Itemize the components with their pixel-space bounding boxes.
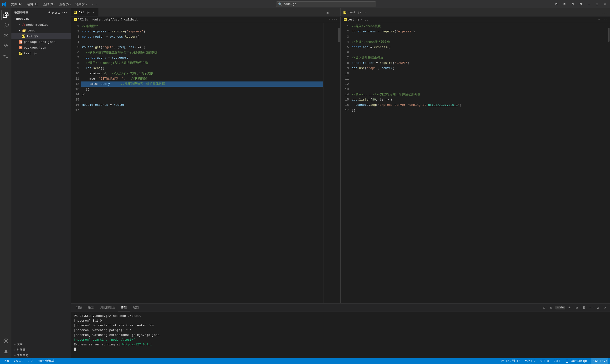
- menu-goto[interactable]: 转到(G): [73, 2, 89, 7]
- panel-layout-btn[interactable]: ⊟: [570, 1, 576, 7]
- golive-icon: ⚡: [592, 359, 594, 363]
- more-btn[interactable]: ···: [588, 305, 594, 310]
- sidebar-header-actions: + ⊕ ↺ ⊟ ···: [48, 11, 68, 15]
- menu-file[interactable]: 文件(F): [9, 2, 25, 7]
- activity-run[interactable]: [1, 42, 11, 51]
- tab-api-js-label: API.js: [79, 11, 90, 14]
- tab-test-js[interactable]: JS test.js ✕: [341, 8, 370, 16]
- trash-btn[interactable]: 🗑: [581, 305, 587, 310]
- breadcrumb-action2[interactable]: ···: [331, 18, 337, 22]
- activity-scm[interactable]: [1, 31, 11, 41]
- tab-close-test[interactable]: ✕: [363, 11, 367, 14]
- breadcrumb-action[interactable]: ≡: [329, 18, 330, 22]
- outline-section[interactable]: ▸ 大纲: [12, 342, 71, 347]
- status-spaces[interactable]: 空格: 2: [524, 358, 537, 364]
- right-scrollbar[interactable]: [607, 23, 610, 303]
- activity-account[interactable]: [1, 348, 11, 357]
- status-encoding[interactable]: UTF-8: [539, 358, 550, 364]
- minimize-btn[interactable]: ─: [586, 1, 592, 7]
- search-bar[interactable]: 🔍 node.js: [276, 1, 376, 7]
- error-icon: ⊗: [13, 359, 15, 363]
- bc2-action[interactable]: ≡: [598, 18, 600, 22]
- panel-close-btn[interactable]: ✕: [602, 305, 608, 310]
- status-sync[interactable]: ⚡ 0: [27, 358, 33, 364]
- tab-api-js[interactable]: JS API.js ✕: [71, 8, 98, 16]
- panel-tab-ports[interactable]: 端口: [130, 303, 142, 312]
- maximize-btn[interactable]: ◻: [594, 1, 600, 7]
- close-btn[interactable]: ✕: [602, 1, 608, 7]
- panel-scroll-up[interactable]: ∧: [595, 305, 601, 310]
- left-code-content: //路由模块 const express = require('express'…: [81, 23, 323, 303]
- menu-more[interactable]: ...: [89, 2, 99, 7]
- left-tabs: JS API.js ✕ ⊡ ···: [71, 8, 341, 16]
- more-tabs-btn2[interactable]: ···: [601, 10, 608, 16]
- bc-callback: router.get('/get') callback: [92, 18, 138, 21]
- collapse-icon[interactable]: ⊟: [58, 11, 60, 15]
- panel-area: 问题 输出 调试控制台 终端 端口 ⊡ ⊟ node + ⊟ 🗑 ··· ∧ ✕: [71, 303, 610, 358]
- left-code-editor[interactable]: 12345 678910 1112131415 1617 //路由模块 cons…: [71, 23, 340, 303]
- strange-words-section[interactable]: ▸ 陌生单词: [12, 352, 71, 358]
- terminal-line-4: [nodemon] watching path(s): *.*: [74, 328, 607, 333]
- activity-extensions[interactable]: [1, 52, 11, 62]
- status-eol[interactable]: CRLF: [553, 358, 562, 364]
- activity-explorer[interactable]: [1, 10, 11, 20]
- terminal-content[interactable]: PS D:\Study\node.js> nodemon .\test\ [no…: [71, 312, 610, 358]
- status-git-branch[interactable]: ⎇ 0: [2, 358, 10, 364]
- right-code-editor[interactable]: 12345 678910 1112131415 1617 //导入express…: [341, 23, 610, 303]
- tree-api-js[interactable]: JS API.js: [12, 33, 71, 39]
- menu-edit[interactable]: 编辑(E): [25, 2, 40, 7]
- warning-icon: △: [19, 359, 21, 363]
- r-scroll-thumb[interactable]: [608, 28, 610, 42]
- status-golive[interactable]: ⚡ Go Live: [591, 358, 608, 364]
- panel-tab-output[interactable]: 输出: [85, 303, 97, 312]
- status-errors[interactable]: ⊗ 0 △ 0: [13, 358, 24, 364]
- explorer-icon: [3, 12, 9, 18]
- timeline-label: 时间线: [17, 348, 26, 351]
- tree-node-modules[interactable]: ▸ ⬡ node_modules: [12, 22, 71, 28]
- left-scrollbar[interactable]: [338, 23, 340, 303]
- code-line-2: const express = require('express'): [81, 29, 323, 34]
- panel-tab-debug[interactable]: 调试控制台: [97, 303, 118, 312]
- npm-icon: ⬡: [22, 23, 25, 27]
- tab-close-api[interactable]: ✕: [92, 11, 96, 14]
- activity-search[interactable]: [1, 21, 11, 30]
- run-debug-icon: [3, 44, 9, 49]
- terminal-url[interactable]: http://127.0.0.1: [122, 343, 152, 346]
- tree-root-folder[interactable]: ▾ NODE.JS: [12, 16, 71, 22]
- status-position[interactable]: 行 12，列 17: [500, 358, 521, 364]
- new-terminal-btn[interactable]: +: [567, 305, 572, 310]
- more-tabs-btn[interactable]: ···: [332, 10, 338, 16]
- menu-select[interactable]: 选择(S): [41, 2, 57, 7]
- new-file-icon[interactable]: +: [48, 11, 51, 15]
- titlebar-right: ⊟ ⊡ ⊟ ⊞ ─ ◻ ✕: [553, 1, 608, 7]
- status-auto-analyze[interactable]: 自动分析单词: [37, 358, 55, 364]
- tree-package-lock[interactable]: JS package-lock.json: [12, 39, 71, 45]
- panel-tab-bar: 问题 输出 调试控制台 终端 端口 ⊡ ⊟ node + ⊟ 🗑 ··· ∧ ✕: [71, 303, 610, 312]
- strange-words-label: 陌生单词: [17, 353, 28, 357]
- panel-tab-terminal[interactable]: 终端: [118, 303, 130, 312]
- split-editor-btn[interactable]: ⊡: [561, 1, 568, 7]
- new-folder-icon[interactable]: ⊕: [52, 11, 54, 15]
- refresh-icon[interactable]: ↺: [55, 11, 57, 15]
- terminal-line-7: Express server running at http://127.0.0…: [74, 342, 607, 347]
- activity-remote[interactable]: [1, 336, 11, 346]
- more-actions-icon[interactable]: ···: [61, 11, 68, 15]
- split-terminal-btn[interactable]: ⊡: [541, 305, 547, 310]
- account-icon: [3, 350, 9, 355]
- terminal-line-2: [nodemon] 3.1.0: [74, 318, 607, 323]
- panel-tab-problems[interactable]: 问题: [73, 303, 85, 312]
- split-pane-btn[interactable]: ⊟: [574, 305, 580, 310]
- menu-view[interactable]: 查看(V): [57, 2, 73, 7]
- bc2-action2[interactable]: ···: [601, 18, 607, 22]
- status-language[interactable]: {} JavaScript: [564, 358, 589, 364]
- layout-toggle-btn[interactable]: ⊟: [553, 1, 559, 7]
- layout-btn[interactable]: ⊟: [548, 305, 554, 310]
- tree-package-json[interactable]: JS package.json: [12, 45, 71, 51]
- customize-layout-btn[interactable]: ⊞: [578, 1, 584, 7]
- tree-test-folder[interactable]: ▸ 📁 test: [12, 28, 71, 33]
- r-code-line-14: //调用app.listen方法指定端口号并启动服务器: [351, 92, 593, 97]
- scroll-thumb[interactable]: [338, 28, 340, 42]
- tree-test-js[interactable]: JS test.js: [12, 51, 71, 56]
- split-right-btn[interactable]: ⊡: [324, 10, 331, 16]
- timeline-section[interactable]: ▸ 时间线: [12, 347, 71, 352]
